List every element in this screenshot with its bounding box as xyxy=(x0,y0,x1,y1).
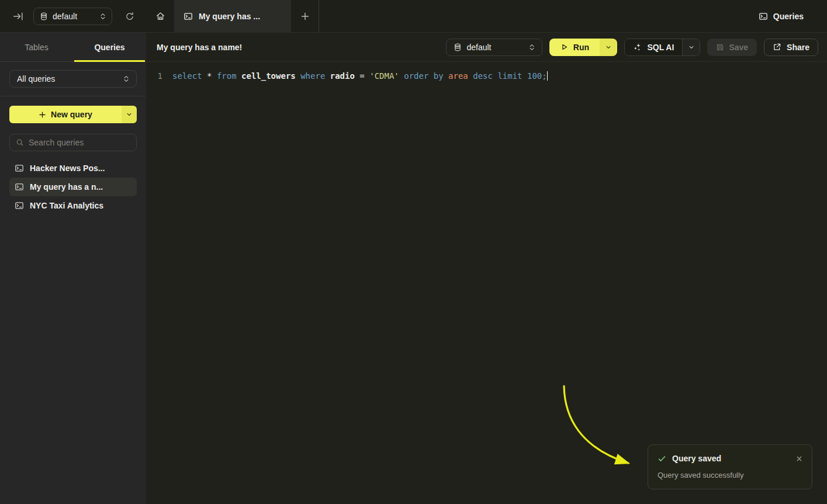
code-token-keyword: desc limit xyxy=(473,71,527,81)
sidebar: Tables Queries All queries New query xyxy=(0,33,146,504)
topbar-left-section: default xyxy=(0,0,146,32)
arrow-to-bar-icon xyxy=(13,11,23,22)
sidebar-tab-tables[interactable]: Tables xyxy=(0,33,73,61)
code-token-string: 'CDMA' xyxy=(369,71,404,81)
sidebar-content: All queries New query xyxy=(0,62,146,215)
terminal-window-icon xyxy=(759,12,768,21)
up-down-chevrons-icon xyxy=(100,12,106,20)
run-options-dropdown[interactable] xyxy=(600,39,617,56)
code-token-keyword: from xyxy=(217,71,241,81)
code-token-field: area xyxy=(448,71,473,81)
query-filter-value: All queries xyxy=(17,74,55,84)
tab-title: My query has ... xyxy=(199,12,260,21)
up-down-chevrons-icon xyxy=(123,75,129,83)
query-item-label: Hacker News Pos... xyxy=(30,164,105,173)
new-query-dropdown[interactable] xyxy=(122,106,137,123)
code-line: select * from cell_towers where radio = … xyxy=(172,70,548,82)
editor-toolbar: default Run xyxy=(446,39,818,56)
app-shell: Tables Queries All queries New query xyxy=(0,33,827,504)
run-button-label: Run xyxy=(573,43,589,52)
sql-ai-label: SQL AI xyxy=(647,43,674,52)
chevron-down-icon xyxy=(126,112,132,117)
new-tab-button[interactable] xyxy=(291,0,319,32)
query-list-item[interactable]: Hacker News Pos... xyxy=(9,159,137,178)
code-token-keyword: order by xyxy=(404,71,448,81)
new-query-main[interactable]: New query xyxy=(9,106,122,123)
main-panel: My query has a name! default xyxy=(146,33,827,504)
query-list: Hacker News Pos... My query has a n... N… xyxy=(9,159,137,215)
house-icon xyxy=(155,11,165,21)
toast-message: Query saved successfully xyxy=(658,471,802,479)
line-number: 1 xyxy=(157,70,162,82)
circular-arrow-icon xyxy=(125,12,134,21)
new-query-button: New query xyxy=(9,106,137,123)
sidebar-tabs: Tables Queries xyxy=(0,33,146,62)
terminal-window-icon xyxy=(15,182,24,192)
code-token-number: 100 xyxy=(527,71,542,81)
magnifier-icon xyxy=(16,138,24,147)
chevron-down-icon xyxy=(688,44,694,50)
code-token-plain: = xyxy=(359,71,369,81)
topbar-database-value: default xyxy=(53,12,77,21)
topbar: default My query has ... xyxy=(0,0,827,33)
code-token-keyword: select xyxy=(172,71,207,81)
chevron-down-icon xyxy=(605,44,611,50)
code-token-identifier: radio xyxy=(330,71,360,81)
code-token-keyword: where xyxy=(300,71,330,81)
query-list-item[interactable]: NYC Taxi Analytics xyxy=(9,196,137,215)
plus-icon xyxy=(300,12,310,21)
terminal-window-icon xyxy=(15,164,24,173)
sidebar-divider xyxy=(0,96,146,96)
topbar-database-selector[interactable]: default xyxy=(33,8,112,25)
tab-my-query[interactable]: My query has ... xyxy=(174,0,291,32)
terminal-window-icon xyxy=(15,201,24,210)
save-button-label: Save xyxy=(729,43,748,52)
sparkle-diamonds-icon xyxy=(633,43,642,51)
share-button[interactable]: Share xyxy=(764,39,818,56)
code-token-identifier: cell_towers xyxy=(241,71,300,81)
plus-icon xyxy=(39,111,46,119)
search-queries-box xyxy=(9,134,137,151)
tab-strip: My query has ... xyxy=(146,0,319,32)
sidebar-tab-queries[interactable]: Queries xyxy=(73,33,146,61)
toast-close-button[interactable] xyxy=(796,456,802,462)
sql-ai-button: SQL AI xyxy=(624,39,700,56)
new-query-label: New query xyxy=(51,110,92,119)
query-item-label: My query has a n... xyxy=(30,182,103,192)
run-button: Run xyxy=(549,39,617,56)
queries-indicator[interactable]: Queries xyxy=(759,0,804,32)
up-down-chevrons-icon xyxy=(529,43,535,51)
database-cylinder-icon xyxy=(454,43,462,51)
database-cylinder-icon xyxy=(40,12,48,20)
toolbar-database-selector[interactable]: default xyxy=(446,39,542,56)
arrow-out-of-box-icon xyxy=(773,43,781,51)
toast-header: Query saved xyxy=(658,454,802,463)
share-button-label: Share xyxy=(787,43,809,52)
save-button[interactable]: Save xyxy=(707,39,757,56)
toast-title: Query saved xyxy=(672,454,721,463)
code-token-plain: * xyxy=(207,71,217,81)
refresh-button[interactable] xyxy=(121,8,139,25)
sql-ai-dropdown[interactable] xyxy=(682,39,700,55)
run-button-main[interactable]: Run xyxy=(549,39,600,56)
search-queries-input[interactable] xyxy=(29,138,130,147)
collapse-sidebar-button[interactable] xyxy=(13,11,23,22)
play-triangle-icon xyxy=(560,43,568,51)
code-token-keyword: ; xyxy=(542,71,546,81)
sql-editor[interactable]: 1 select * from cell_towers where radio … xyxy=(146,62,827,91)
terminal-window-icon xyxy=(184,12,193,21)
editor-header: My query has a name! default xyxy=(146,33,827,62)
home-button[interactable] xyxy=(146,0,174,32)
query-item-label: NYC Taxi Analytics xyxy=(30,201,103,210)
query-list-item[interactable]: My query has a n... xyxy=(9,178,137,196)
checkmark-icon xyxy=(658,454,666,463)
topbar-spacer xyxy=(319,0,759,32)
toast-query-saved: Query saved Query saved successfully xyxy=(648,444,812,489)
queries-indicator-label: Queries xyxy=(773,12,804,21)
sql-ai-main[interactable]: SQL AI xyxy=(625,39,682,55)
toolbar-database-value: default xyxy=(466,43,491,52)
text-cursor xyxy=(547,71,548,81)
floppy-disk-icon xyxy=(716,43,724,51)
query-filter-select[interactable]: All queries xyxy=(9,70,137,88)
page-title: My query has a name! xyxy=(157,43,242,52)
